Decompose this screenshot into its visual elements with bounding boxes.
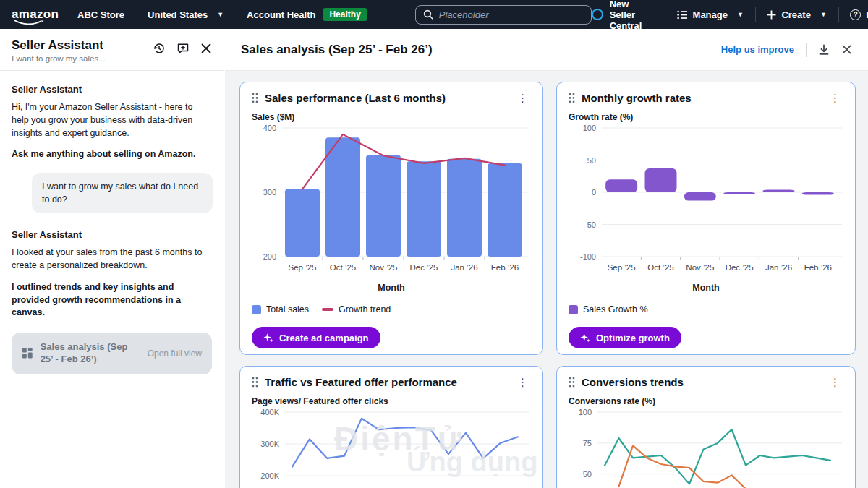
- assistant-intro: Hi, I'm your Amazon Seller Assistant - h…: [12, 101, 212, 140]
- create-menu[interactable]: Create ▼: [767, 9, 826, 20]
- toggle-knob: [593, 10, 602, 19]
- chart-legend: Total salesGrowth trend: [252, 304, 531, 314]
- y-tick-label: 100: [579, 408, 592, 416]
- chart-legend: Sales Growth %: [569, 304, 843, 314]
- help-us-improve-link[interactable]: Help us improve: [721, 44, 794, 55]
- card-kebab-menu[interactable]: ⋮: [514, 375, 531, 389]
- canvas-title: Sales analysis (Sep 25’ - Feb 26’): [241, 43, 433, 57]
- legend-swatch: [252, 305, 261, 314]
- bar: [645, 168, 677, 192]
- y-tick-label: 400K: [260, 408, 279, 416]
- optimize-growth-button[interactable]: Optimize growth: [569, 327, 681, 348]
- country-selector[interactable]: United States ▼: [148, 9, 224, 20]
- global-search[interactable]: [415, 5, 592, 25]
- bar: [763, 189, 795, 192]
- bar: [285, 189, 320, 257]
- nav-divider: [755, 7, 756, 22]
- seller-assistant-panel: Seller Assistant I want to grow my sales…: [0, 29, 224, 488]
- canvas-grid-icon: [22, 347, 33, 359]
- assistant-section-heading: Seller Assistant: [12, 84, 212, 95]
- chart-xlabel: Month: [252, 283, 531, 293]
- create-ad-campaign-button[interactable]: Create ad campaign: [252, 327, 380, 348]
- data-line: [619, 445, 746, 488]
- card-conversions-trends: Conversions trends ⋮ Conversions rate (%…: [556, 366, 856, 488]
- y-tick-label: 0: [592, 188, 596, 197]
- store-name[interactable]: ABC Store: [77, 9, 124, 20]
- legend-swatch: [322, 308, 333, 311]
- manage-menu[interactable]: Manage ▼: [677, 9, 744, 20]
- card-kebab-menu[interactable]: ⋮: [827, 91, 843, 105]
- bar: [407, 161, 441, 257]
- legend-item: Growth trend: [322, 304, 391, 314]
- card-traffic-performance: Traffic vs Featured offer performance ⋮ …: [239, 366, 543, 488]
- toggle-label: New Seller Central: [610, 0, 653, 31]
- drag-handle-icon[interactable]: [252, 93, 258, 103]
- help-icon: ?: [850, 9, 861, 20]
- drag-handle-icon[interactable]: [569, 93, 575, 103]
- drag-handle-icon[interactable]: [252, 377, 258, 388]
- drag-handle-icon[interactable]: [569, 377, 575, 388]
- canvas-link-card[interactable]: Sales analysis (Sep 25’ - Feb 26’) Open …: [12, 333, 212, 374]
- header-divider: [806, 43, 807, 57]
- sales-performance-chart: 400300200Sep ’25Oct ’25Nov ’25Dec ’25Jan…: [252, 124, 531, 280]
- x-tick-label: Feb ’26: [491, 263, 519, 272]
- card-kebab-menu[interactable]: ⋮: [514, 91, 531, 105]
- chevron-down-icon: ▼: [820, 11, 827, 18]
- nav-divider: [665, 7, 665, 22]
- nav-right-group: New Seller Central Manage ▼ Create ▼ ? H…: [592, 0, 868, 31]
- bar: [802, 192, 834, 195]
- assistant-header: Seller Assistant I want to grow my sales…: [0, 29, 224, 71]
- chevron-down-icon: ▼: [737, 11, 744, 18]
- user-message-bubble: I want to grow my sales what do I need t…: [32, 173, 213, 213]
- assistant-prompt: Ask me anything about selling on Amazon.: [12, 148, 212, 161]
- chart-ylabel: Growth rate (%): [569, 112, 843, 122]
- history-icon[interactable]: [153, 42, 166, 55]
- x-tick-label: Nov ’25: [370, 263, 398, 272]
- bar: [605, 179, 637, 192]
- new-chat-icon[interactable]: [176, 42, 190, 55]
- assistant-analysis-note: I looked at your sales from the past 6 m…: [12, 247, 212, 273]
- chart-ylabel: Page views/ Featured offer clicks: [252, 396, 531, 406]
- button-label: Optimize growth: [596, 333, 670, 343]
- close-canvas-icon[interactable]: [841, 44, 852, 55]
- y-tick-label: 75: [583, 439, 592, 448]
- manage-label: Manage: [693, 9, 728, 20]
- y-tick-label: -100: [580, 252, 596, 261]
- chart-xlabel: Month: [569, 283, 843, 293]
- canvas-header: Sales analysis (Sep 25’ - Feb 26’) Help …: [225, 29, 868, 71]
- legend-label: Growth trend: [339, 304, 391, 314]
- legend-label: Sales Growth %: [583, 304, 648, 314]
- button-label: Create ad campaign: [279, 333, 369, 343]
- assistant-subtitle: I want to grow my sales...: [12, 54, 106, 63]
- x-tick-label: Feb ’26: [804, 263, 832, 272]
- legend-item: Sales Growth %: [569, 304, 648, 314]
- download-icon[interactable]: [818, 44, 830, 56]
- sparkle-icon: [263, 333, 273, 343]
- chevron-down-icon: ▼: [217, 11, 224, 18]
- top-nav: amazon ABC Store United States ▼ Account…: [0, 0, 868, 29]
- bar: [488, 163, 522, 257]
- conversions-trends-chart: 1007550: [569, 408, 843, 488]
- x-tick-label: Dec ’25: [726, 263, 754, 272]
- canvas-card-title: Sales analysis (Sep 25’ - Feb 26’): [41, 341, 140, 366]
- bar: [684, 192, 716, 201]
- country-label: United States: [148, 9, 208, 20]
- new-seller-central-toggle[interactable]: [592, 9, 603, 20]
- traffic-performance-chart: 400K300K200K: [252, 408, 531, 488]
- y-tick-label: 300K: [260, 440, 279, 448]
- data-line: [292, 419, 518, 467]
- card-monthly-growth: Monthly growth rates ⋮ Growth rate (%) 1…: [556, 82, 856, 355]
- chart-ylabel: Conversions rate (%): [569, 396, 843, 406]
- search-input[interactable]: [439, 9, 584, 20]
- card-sales-performance: Sales performance (Last 6 months) ⋮ Sale…: [239, 82, 543, 355]
- open-full-view-link[interactable]: Open full view: [148, 348, 202, 359]
- card-kebab-menu[interactable]: ⋮: [827, 375, 843, 389]
- help-menu[interactable]: ? Help: [850, 9, 868, 20]
- chart-ylabel: Sales ($M): [252, 112, 531, 122]
- account-health-link[interactable]: Account Health: [247, 9, 315, 20]
- amazon-logo[interactable]: amazon: [12, 7, 59, 22]
- chart-title: Conversions trends: [582, 376, 684, 388]
- x-tick-label: Sep ’25: [288, 263, 316, 272]
- close-assistant-icon[interactable]: [200, 43, 212, 54]
- chart-title: Traffic vs Featured offer performance: [265, 376, 457, 388]
